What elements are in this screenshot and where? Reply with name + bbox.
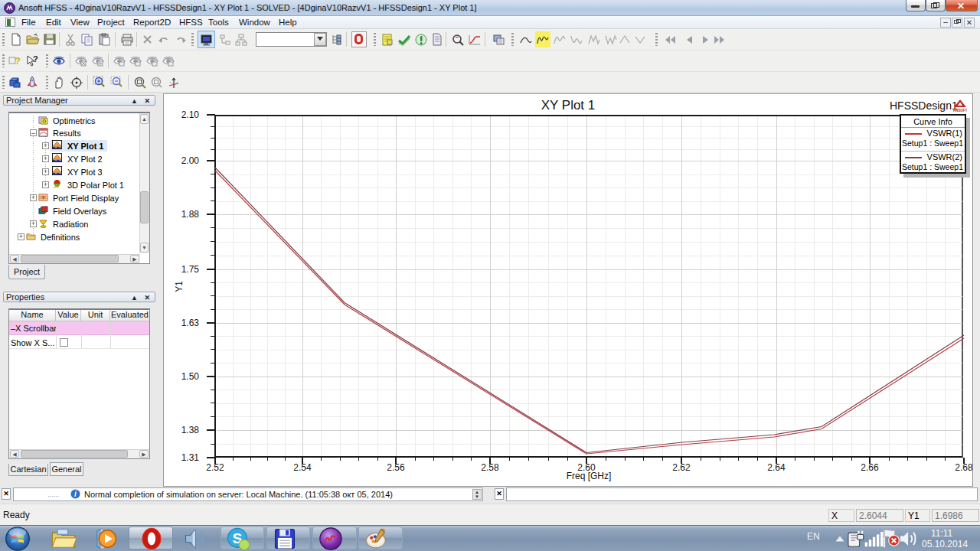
svg-text:i: i (74, 490, 77, 498)
svg-text:?: ? (33, 54, 38, 64)
svg-text:?: ? (15, 55, 21, 67)
